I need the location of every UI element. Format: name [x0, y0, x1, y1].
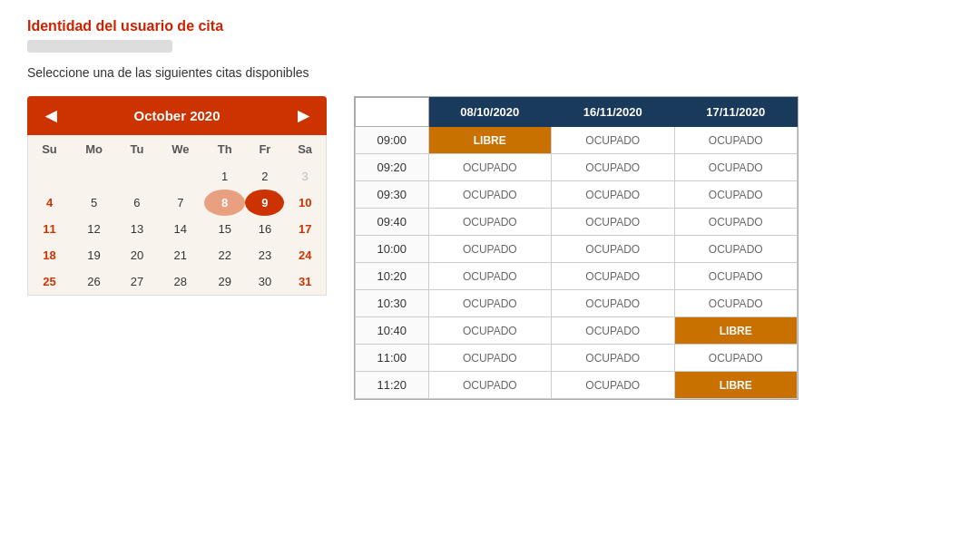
calendar-day-cell[interactable]: 19	[71, 242, 117, 268]
calendar-day-cell[interactable]: 11	[28, 216, 71, 242]
calendar-day-header: Fr	[245, 135, 284, 163]
calendar-day-cell[interactable]: 14	[157, 216, 204, 242]
ocupado-slot: OCUPADO	[428, 317, 551, 345]
ocupado-slot: OCUPADO	[552, 209, 674, 236]
calendar-day-cell[interactable]: 6	[117, 190, 157, 216]
next-month-button[interactable]: ▶	[292, 105, 314, 126]
ocupado-slot: OCUPADO	[674, 181, 798, 209]
calendar-day-cell	[28, 163, 71, 190]
calendar-day-cell[interactable]: 28	[157, 268, 204, 295]
schedule-date-header: 16/11/2020	[552, 98, 674, 127]
ocupado-slot: OCUPADO	[552, 317, 674, 345]
calendar-day-header: Su	[28, 135, 71, 163]
calendar-day-cell[interactable]: 10	[284, 190, 326, 216]
libre-slot[interactable]: LIBRE	[674, 317, 798, 345]
schedule-date-header: 17/11/2020	[674, 98, 798, 127]
calendar-day-cell[interactable]: 31	[284, 268, 326, 295]
calendar-body: SuMoTuWeThFrSa 1234567891011121314151617…	[27, 135, 327, 296]
user-placeholder	[27, 40, 172, 53]
calendar: ◀ October 2020 ▶ SuMoTuWeThFrSa 12345678…	[27, 96, 327, 296]
calendar-day-cell	[71, 163, 117, 190]
calendar-day-header: Tu	[117, 135, 157, 163]
calendar-day-cell[interactable]: 15	[204, 216, 246, 242]
schedule-row: 10:20OCUPADOOCUPADOOCUPADO	[356, 263, 798, 290]
ocupado-slot: OCUPADO	[552, 236, 674, 263]
ocupado-slot: OCUPADO	[428, 181, 551, 209]
calendar-day-cell[interactable]: 29	[204, 268, 246, 295]
calendar-month-label: October 2020	[133, 108, 220, 123]
calendar-day-cell[interactable]: 16	[245, 216, 284, 242]
calendar-day-header: Mo	[71, 135, 117, 163]
schedule-time-cell: 09:30	[356, 181, 429, 209]
ocupado-slot: OCUPADO	[552, 345, 674, 372]
calendar-day-cell[interactable]: 3	[284, 163, 326, 190]
schedule-time-cell: 10:20	[356, 263, 429, 290]
calendar-week-row: 18192021222324	[28, 242, 326, 268]
schedule-header-row: 08/10/202016/11/202017/11/2020	[356, 98, 798, 127]
libre-slot[interactable]: LIBRE	[674, 372, 798, 399]
schedule-time-cell: 10:40	[356, 317, 429, 345]
schedule-time-cell: 09:00	[356, 127, 429, 154]
schedule-container[interactable]: 08/10/202016/11/202017/11/2020 09:00LIBR…	[354, 96, 799, 400]
schedule-row: 10:40OCUPADOOCUPADOLIBRE	[356, 317, 798, 345]
calendar-day-cell[interactable]: 20	[117, 242, 157, 268]
schedule-time-cell: 11:20	[356, 372, 429, 399]
calendar-week-row: 123	[28, 163, 326, 190]
ocupado-slot: OCUPADO	[428, 345, 551, 372]
calendar-day-cell[interactable]: 24	[284, 242, 326, 268]
ocupado-slot: OCUPADO	[428, 236, 551, 263]
schedule-row: 11:00OCUPADOOCUPADOOCUPADO	[356, 345, 798, 372]
schedule-row: 10:00OCUPADOOCUPADOOCUPADO	[356, 236, 798, 263]
ocupado-slot: OCUPADO	[674, 345, 798, 372]
schedule-time-cell: 10:00	[356, 236, 429, 263]
calendar-day-cell[interactable]: 1	[204, 163, 246, 190]
ocupado-slot: OCUPADO	[428, 290, 551, 317]
calendar-day-cell[interactable]: 13	[117, 216, 157, 242]
calendar-day-cell[interactable]: 8	[204, 190, 246, 216]
ocupado-slot: OCUPADO	[552, 372, 674, 399]
calendar-day-header: Sa	[284, 135, 326, 163]
schedule-date-header: 08/10/2020	[428, 98, 551, 127]
calendar-day-cell[interactable]: 30	[245, 268, 284, 295]
calendar-day-cell[interactable]: 5	[71, 190, 117, 216]
subtitle: Seleccione una de las siguientes citas d…	[27, 65, 953, 80]
calendar-day-header: We	[157, 135, 204, 163]
calendar-day-cell[interactable]: 12	[71, 216, 117, 242]
schedule-table: 08/10/202016/11/202017/11/2020 09:00LIBR…	[355, 97, 798, 399]
ocupado-slot: OCUPADO	[674, 236, 798, 263]
calendar-week-row: 11121314151617	[28, 216, 326, 242]
calendar-week-row: 25262728293031	[28, 268, 326, 295]
prev-month-button[interactable]: ◀	[40, 105, 62, 126]
calendar-day-cell[interactable]: 26	[71, 268, 117, 295]
ocupado-slot: OCUPADO	[674, 154, 798, 181]
ocupado-slot: OCUPADO	[552, 127, 674, 154]
schedule-row: 09:20OCUPADOOCUPADOOCUPADO	[356, 154, 798, 181]
ocupado-slot: OCUPADO	[674, 127, 798, 154]
schedule-row: 09:30OCUPADOOCUPADOOCUPADO	[356, 181, 798, 209]
calendar-day-cell[interactable]: 7	[157, 190, 204, 216]
calendar-day-cell	[117, 163, 157, 190]
calendar-day-cell[interactable]: 18	[28, 242, 71, 268]
calendar-day-cell[interactable]: 25	[28, 268, 71, 295]
schedule-row: 11:20OCUPADOOCUPADOLIBRE	[356, 372, 798, 399]
libre-slot[interactable]: LIBRE	[428, 127, 551, 154]
calendar-day-cell	[157, 163, 204, 190]
calendar-day-cell[interactable]: 4	[28, 190, 71, 216]
schedule-row: 09:00LIBREOCUPADOOCUPADO	[356, 127, 798, 154]
calendar-day-cell[interactable]: 23	[245, 242, 284, 268]
calendar-day-header: Th	[204, 135, 246, 163]
ocupado-slot: OCUPADO	[674, 209, 798, 236]
schedule-time-cell: 10:30	[356, 290, 429, 317]
ocupado-slot: OCUPADO	[552, 181, 674, 209]
calendar-day-cell[interactable]: 17	[284, 216, 326, 242]
ocupado-slot: OCUPADO	[428, 263, 551, 290]
calendar-day-cell[interactable]: 22	[204, 242, 246, 268]
calendar-day-cell[interactable]: 2	[245, 163, 284, 190]
schedule-time-cell: 09:40	[356, 209, 429, 236]
calendar-day-cell[interactable]: 27	[117, 268, 157, 295]
calendar-day-cell[interactable]: 9	[245, 190, 284, 216]
ocupado-slot: OCUPADO	[552, 290, 674, 317]
ocupado-slot: OCUPADO	[428, 209, 551, 236]
schedule-time-cell: 09:20	[356, 154, 429, 181]
calendar-day-cell[interactable]: 21	[157, 242, 204, 268]
